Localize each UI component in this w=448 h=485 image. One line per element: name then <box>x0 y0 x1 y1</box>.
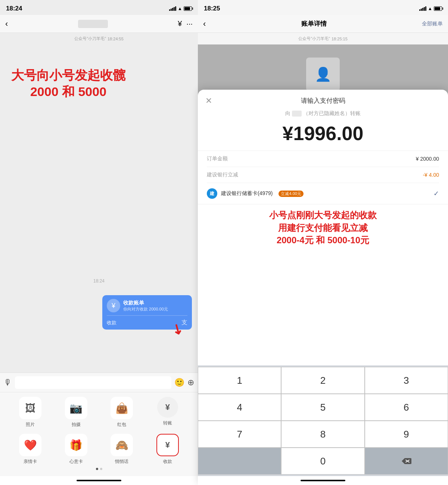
dot-2 <box>100 468 102 470</box>
right-annotation-line1: 小号点刚刚大号发起的收款 <box>207 209 439 222</box>
detail-row-order: 订单金额 ¥ 2000.00 <box>207 151 439 167</box>
tray-item-whisper[interactable]: 🙈 悄悄话 <box>99 434 145 465</box>
discount-value: -¥ 4.00 <box>423 172 439 178</box>
key-delete[interactable] <box>365 448 448 475</box>
key-6[interactable]: 6 <box>365 394 448 421</box>
tray-item-transfer[interactable]: ¥ 转账 <box>145 397 191 428</box>
right-status-icons: ▲ <box>419 6 442 11</box>
home-bar <box>77 480 121 481</box>
left-chat-area: 大号向小号发起收髋 2000 和 5000 18:24 ¥ 收款账单 你向对方收… <box>0 44 198 373</box>
payment-card-subtitle: 你向对方收款 2000.00元 <box>123 306 168 312</box>
payment-method-row[interactable]: 建 建设银行储蓄卡(4979) 立减4.00元 ✓ <box>198 183 448 204</box>
right-wifi-icon: ▲ <box>428 6 432 11</box>
plus-icon[interactable]: ⊕ <box>187 378 194 387</box>
tray-item-collect[interactable]: ¥ 收款 <box>145 434 191 465</box>
tray-item-camera[interactable]: 📷 拍摄 <box>53 397 99 428</box>
wifi-icon: ▲ <box>178 6 182 11</box>
whisper-label: 悄悄话 <box>115 458 128 465</box>
chat-input[interactable] <box>15 376 171 389</box>
key-7[interactable]: 7 <box>198 421 281 448</box>
left-annotation: 大号向小号发起收髋 2000 和 5000 <box>11 67 125 100</box>
recipient-label: 向 <box>285 110 290 116</box>
key-2[interactable]: 2 <box>281 367 364 394</box>
recipient-suffix: （对方已隐藏姓名）转账 <box>303 110 361 116</box>
discount-badge: 立减4.00元 <box>279 191 303 197</box>
key-5[interactable]: 5 <box>281 394 364 421</box>
avatar: 👤 <box>306 58 340 91</box>
left-status-icons: ▲ <box>169 6 192 11</box>
photo-icon: 🖼 <box>19 397 41 419</box>
annotation-line2: 2000 和 5000 <box>11 83 125 100</box>
battery-icon <box>184 6 192 11</box>
public-account-notice: 公众号"小刀羊毛" 18:24:55 <box>0 33 198 44</box>
left-nav-bar: ‹ ¥ ··· <box>0 15 198 33</box>
payment-card-text: 收款账单 你向对方收款 2000.00元 <box>123 300 168 312</box>
payment-card-icon: ¥ <box>107 299 120 312</box>
left-time: 18:24 <box>6 5 22 12</box>
input-bar: 🎙 🙂 ⊕ <box>0 373 198 392</box>
right-annotation-line3: 2000-4元 和 5000-10元 <box>207 234 439 247</box>
key-8[interactable]: 8 <box>281 421 364 448</box>
modal-close-button[interactable]: ✕ <box>205 96 212 106</box>
key-1[interactable]: 1 <box>198 367 281 394</box>
tray-page-dots <box>0 465 198 472</box>
key-empty <box>198 448 281 475</box>
payment-method-left: 建 建设银行储蓄卡(4979) 立减4.00元 <box>207 188 304 199</box>
key-9[interactable]: 9 <box>365 421 448 448</box>
modal-recipient: 向 （对方已隐藏姓名）转账 <box>198 110 448 117</box>
right-back-button[interactable]: ‹ <box>203 19 206 29</box>
annotation-line1: 大号向小号发起收髋 <box>11 67 125 83</box>
key-3[interactable]: 3 <box>365 367 448 394</box>
tray-item-family[interactable]: ❤️ 亲情卡 <box>7 434 53 465</box>
whisper-icon: 🙈 <box>111 434 133 456</box>
right-annotation-line2: 用建行支付能看见立减 <box>207 222 439 234</box>
nav-title-placeholder <box>78 20 108 28</box>
mic-icon[interactable]: 🎙 <box>4 378 12 387</box>
right-phone-panel: 18:25 ▲ ‹ 账单详情 全部账单 公众号"小刀羊毛" 18:25:15 👤… <box>198 0 448 485</box>
tray-item-wish[interactable]: 🎁 心意卡 <box>53 434 99 465</box>
numpad-row-3: 7 8 9 <box>198 421 448 448</box>
pay-icon[interactable]: ¥ <box>178 19 182 28</box>
redpacket-label: 红包 <box>117 421 126 428</box>
right-notice-time: 18:25:15 <box>332 37 348 41</box>
tray-item-redpacket[interactable]: 👜 红包 <box>99 397 145 428</box>
right-status-bar: 18:25 ▲ <box>198 0 448 15</box>
nav-icon-group: ¥ ··· <box>178 19 193 28</box>
modal-title: 请输入支付密码 <box>301 96 345 105</box>
back-button[interactable]: ‹ <box>5 19 8 29</box>
order-label: 订单金额 <box>207 155 228 162</box>
public-account-name: 公众号"小刀羊毛" <box>74 36 106 41</box>
collect-icon: ¥ <box>156 434 179 456</box>
left-phone-panel: 18:24 ▲ ‹ ¥ ··· 公众号"小刀羊毛" 18:24:55 <box>0 0 198 485</box>
transfer-label: 转账 <box>163 420 172 426</box>
detail-row-discount: 建设银行立减 -¥ 4.00 <box>207 167 439 183</box>
wish-label: 心意卡 <box>69 458 83 465</box>
collect-label: 收款 <box>163 458 172 465</box>
numpad: 1 2 3 4 5 6 7 8 9 0 <box>198 365 448 476</box>
right-home-bar <box>301 480 345 481</box>
camera-label: 拍摄 <box>72 421 81 428</box>
numpad-row-4: 0 <box>198 448 448 475</box>
left-home-indicator <box>0 476 198 485</box>
left-status-bar: 18:24 ▲ <box>0 0 198 15</box>
right-nav-link[interactable]: 全部账单 <box>422 21 443 27</box>
modal-header: ✕ 请输入支付密码 <box>198 90 448 109</box>
numpad-row-2: 4 5 6 <box>198 394 448 421</box>
more-icon[interactable]: ··· <box>186 19 193 28</box>
right-nav-bar: ‹ 账单详情 全部账单 <box>198 15 448 33</box>
payment-modal: ✕ 请输入支付密码 向 （对方已隐藏姓名）转账 ¥1996.00 订单金额 ¥ … <box>198 90 448 485</box>
key-0[interactable]: 0 <box>281 448 364 475</box>
right-nav-title: 账单详情 <box>301 19 327 28</box>
right-public-name: 公众号"小刀羊毛" <box>298 36 330 41</box>
tray-item-photo[interactable]: 🖼 照片 <box>7 397 53 428</box>
emoji-icon[interactable]: 🙂 <box>174 378 184 387</box>
right-home-indicator <box>198 476 448 485</box>
right-battery-icon <box>434 6 442 11</box>
order-value: ¥ 2000.00 <box>416 156 439 162</box>
payment-card-action[interactable]: 收款 <box>107 319 116 326</box>
right-public-notice: 公众号"小刀羊毛" 18:25:15 <box>198 33 448 44</box>
key-4[interactable]: 4 <box>198 394 281 421</box>
chat-timestamp: 18:24 <box>0 278 198 284</box>
payment-card-title: 收款账单 <box>123 300 168 306</box>
numpad-row-1: 1 2 3 <box>198 367 448 394</box>
